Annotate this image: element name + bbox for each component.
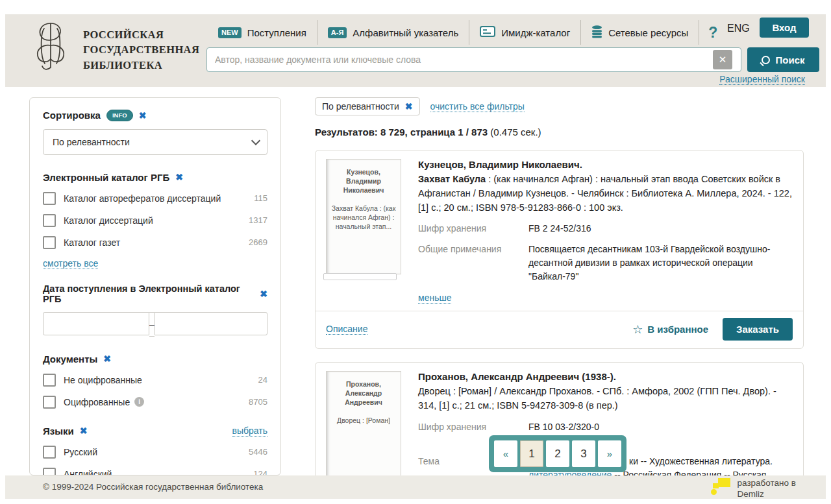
- documents-section-title: Документы: [43, 354, 97, 365]
- search-button[interactable]: Поиск: [747, 47, 819, 72]
- languages-section: Языки ✖ выбрать Русский 5446 Английский …: [43, 426, 267, 476]
- sort-select[interactable]: По релевантности: [43, 129, 267, 155]
- pagination-next[interactable]: »: [598, 440, 621, 467]
- collapse-link[interactable]: меньше: [418, 293, 451, 304]
- detail-value: FB 2 24-52/316: [528, 222, 793, 235]
- choose-languages-link[interactable]: выбрать: [232, 426, 268, 437]
- facet-count: 5446: [249, 447, 267, 457]
- thumb-title: Захват Кабула : (как начинался Афган) : …: [331, 204, 396, 232]
- nav-alphabet-index[interactable]: А-Я Алфавитный указатель: [317, 27, 469, 38]
- add-to-favorites-button[interactable]: ☆ В избранное: [632, 322, 708, 336]
- documents-section: Документы ✖ Не оцифрованные 24 Оцифрован…: [43, 354, 267, 409]
- clear-catalog-icon[interactable]: ✖: [175, 172, 183, 182]
- nav-network-resources[interactable]: Сетевые ресурсы: [581, 25, 699, 40]
- chevron-down-icon: [251, 136, 260, 145]
- checkbox[interactable]: [43, 374, 56, 387]
- date-from-input[interactable]: [43, 312, 149, 335]
- search-button-label: Поиск: [775, 54, 804, 66]
- add-to-favorites-label: В избранное: [647, 324, 708, 335]
- clear-documents-icon[interactable]: ✖: [103, 354, 111, 364]
- clear-date-icon[interactable]: ✖: [260, 289, 267, 299]
- thumb-author: Проханов, Александр Андреевич: [331, 379, 396, 407]
- nav-new-arrivals[interactable]: NEW Поступления: [208, 27, 317, 38]
- close-icon: ✕: [719, 54, 727, 65]
- filter-checkbox-newspapers[interactable]: Каталог газет 2669: [43, 236, 267, 249]
- detail-label: Общие примечания: [418, 243, 528, 283]
- active-filter-chip-label: По релевантности: [322, 101, 399, 112]
- advanced-search-link[interactable]: Расширенный поиск: [719, 74, 805, 85]
- detail-row: Шифр хранения FB 2 24-52/316: [418, 222, 793, 235]
- checkbox[interactable]: [43, 214, 56, 227]
- image-catalog-icon: [480, 26, 495, 39]
- checkbox-label: Русский: [64, 447, 97, 457]
- pagination-page-1[interactable]: 1: [520, 440, 543, 467]
- search-bar: ✕ Поиск: [206, 47, 819, 72]
- checkbox[interactable]: [43, 468, 56, 476]
- pagination-prev[interactable]: «: [494, 440, 517, 467]
- filter-checkbox-russian[interactable]: Русский 5446: [43, 446, 267, 459]
- pagination-page-2[interactable]: 2: [546, 440, 569, 467]
- thumb-author: Кузнецов, Владимир Николаевич: [331, 167, 396, 195]
- checkbox-label: Английский: [64, 469, 112, 476]
- help-button[interactable]: ?: [699, 24, 726, 42]
- book-cover-thumbnail[interactable]: Кузнецов, Владимир Николаевич Захват Каб…: [326, 159, 401, 274]
- active-filter-chip[interactable]: По релевантности ✖: [315, 97, 420, 115]
- checkbox[interactable]: [43, 396, 56, 409]
- checkbox[interactable]: [43, 236, 56, 249]
- nav-image-catalog[interactable]: Имидж-каталог: [469, 26, 580, 39]
- facet-count: 115: [254, 193, 267, 203]
- copyright-text: © 1999-2024 Российская государственная б…: [43, 475, 263, 499]
- filter-checkbox-english[interactable]: Английский 124: [43, 468, 267, 476]
- filter-checkbox-autoref-dissertations[interactable]: Каталог авторефератов диссертаций 115: [43, 192, 267, 205]
- result-card: Кузнецов, Владимир Николаевич Захват Каб…: [315, 150, 804, 349]
- rsl-logo[interactable]: РОССИЙСКАЯ ГОСУДАРСТВЕННАЯ БИБЛИОТЕКА: [31, 18, 199, 74]
- clear-search-button[interactable]: ✕: [713, 50, 732, 69]
- logo-line: РОССИЙСКАЯ: [83, 27, 199, 42]
- date-section: Дата поступления в Электронный каталог Р…: [43, 283, 267, 337]
- record-author: Кузнецов, Владимир Николаевич.: [418, 159, 793, 170]
- filter-checkbox-dissertations[interactable]: Каталог диссертаций 1317: [43, 214, 267, 227]
- facet-count: 2669: [249, 237, 267, 247]
- developer-credit-text: разработано в Demliz: [738, 477, 796, 500]
- shelf-code: FB 10 03-2/320-0: [528, 420, 793, 434]
- order-button[interactable]: Заказать: [723, 318, 793, 341]
- date-to-input[interactable]: [155, 312, 267, 335]
- clear-languages-icon[interactable]: ✖: [80, 426, 88, 436]
- pagination-page-3[interactable]: 3: [572, 440, 595, 467]
- record-description: Дворец : [Роман] / Александр Проханов. -…: [418, 385, 793, 413]
- clear-sort-icon[interactable]: ✖: [139, 110, 147, 121]
- search-input[interactable]: [206, 47, 741, 72]
- checkbox[interactable]: [43, 446, 56, 459]
- remove-filter-icon[interactable]: ✖: [405, 101, 413, 112]
- languages-section-title: Языки: [43, 426, 74, 437]
- sort-section-title: Сортировка: [43, 110, 101, 121]
- see-all-link[interactable]: смотреть все: [43, 258, 98, 269]
- results-time: (0.475 сек.): [488, 126, 541, 138]
- results-summary: Результатов: 8 729, страница 1 / 873 (0.…: [315, 126, 804, 138]
- description-link[interactable]: Описание: [326, 324, 367, 335]
- language-switch[interactable]: ENG: [727, 23, 750, 34]
- nav-network-resources-label: Сетевые ресурсы: [608, 27, 688, 38]
- network-resources-icon: [591, 25, 602, 40]
- theme-rest: -- Российская Федерация -- Русская: [612, 470, 766, 476]
- login-button[interactable]: Вход: [760, 18, 809, 38]
- record-author: Проханов, Александр Андреевич (1938-).: [418, 371, 793, 382]
- rsl-monogram-icon: [31, 18, 70, 74]
- catalog-section-title: Электронный каталог РГБ: [43, 172, 169, 183]
- developer-credit[interactable]: разработано в Demliz: [710, 477, 796, 500]
- checkbox-label: Не оцифрованные: [64, 375, 142, 385]
- clear-all-filters-link[interactable]: очистить все фильтры: [430, 101, 525, 112]
- record-title: Захват Кабула: [418, 174, 486, 184]
- result-row-1: 1 Кузнецов, Владимир Николаевич Захват К…: [315, 150, 804, 349]
- nav-alphabet-index-label: Алфавитный указатель: [353, 27, 458, 38]
- info-badge[interactable]: INFO: [106, 110, 133, 121]
- book-cover-thumbnail[interactable]: Проханов, Александр Андреевич Дворец : […: [326, 371, 401, 475]
- logo-line: БИБЛИОТЕКА: [83, 58, 199, 73]
- checkbox[interactable]: [43, 192, 56, 205]
- filter-checkbox-not-digitized[interactable]: Не оцифрованные 24: [43, 374, 267, 387]
- sort-select-value: По релевантности: [53, 137, 130, 147]
- checkbox-label: Оцифрованные: [64, 397, 130, 407]
- detail-value: Посвящается десантникам 103-й Гвардейско…: [528, 243, 793, 283]
- filter-checkbox-digitized[interactable]: Оцифрованные i 8705: [43, 396, 267, 409]
- info-icon[interactable]: i: [134, 397, 144, 407]
